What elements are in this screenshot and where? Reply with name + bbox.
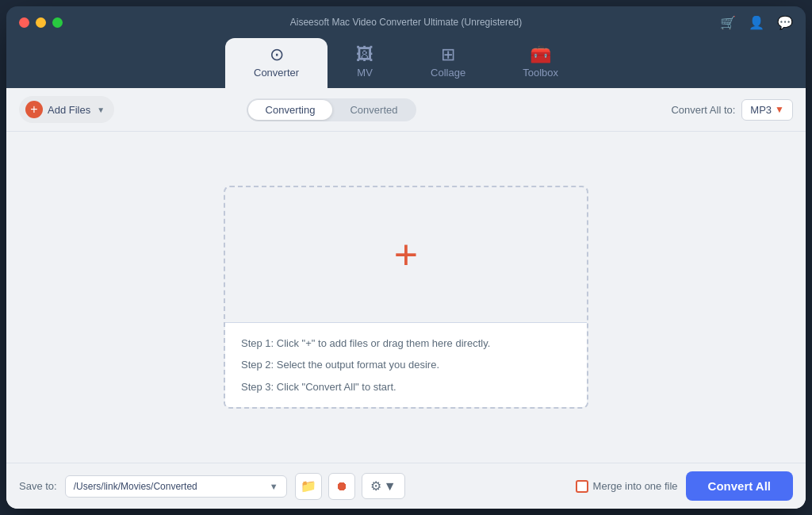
convert-all-to-label: Convert All to: — [671, 104, 735, 116]
message-icon[interactable]: 💬 — [777, 15, 793, 30]
add-files-dropdown-icon: ▼ — [97, 106, 105, 114]
tab-toolbox-label: Toolbox — [523, 67, 558, 79]
toolbox-icon: 🧰 — [530, 46, 551, 63]
selected-format: MP3 — [750, 104, 772, 116]
converted-tab[interactable]: Converted — [332, 100, 415, 120]
merge-checkbox-box[interactable] — [576, 480, 588, 493]
convert-all-button[interactable]: Convert All — [686, 471, 793, 501]
folder-icon: 📁 — [301, 478, 316, 494]
add-plus-icon: + — [25, 101, 43, 118]
tab-converter-label: Converter — [254, 67, 299, 79]
record-button[interactable]: ⏺ — [328, 473, 355, 500]
sub-toolbar: + Add Files ▼ Converting Converted Conve… — [6, 88, 806, 132]
converter-icon: ⊙ — [270, 46, 284, 63]
maximize-button[interactable] — [52, 17, 63, 28]
collage-icon: ⊞ — [441, 46, 455, 63]
tab-mv-label: MV — [357, 67, 373, 79]
instructions: Step 1: Click "+" to add files or drag t… — [225, 322, 587, 408]
bottom-bar: Save to: /Users/link/Movies/Converted ▼ … — [6, 463, 806, 509]
step-1: Step 1: Click "+" to add files or drag t… — [241, 336, 571, 352]
nav-tabs: ⊙ Converter 🖼 MV ⊞ Collage 🧰 Toolbox — [6, 38, 806, 88]
tab-converter[interactable]: ⊙ Converter — [225, 38, 327, 88]
folder-button[interactable]: 📁 — [295, 473, 322, 500]
merge-label: Merge into one file — [593, 480, 678, 492]
add-files-label: Add Files — [48, 104, 90, 116]
drop-plus-icon: + — [394, 234, 418, 275]
drop-zone[interactable]: + Step 1: Click "+" to add files or drag… — [224, 186, 588, 409]
add-files-button[interactable]: + Add Files ▼ — [19, 96, 114, 123]
window-controls — [19, 17, 63, 28]
settings-icon: ⚙ — [370, 478, 381, 494]
drop-area[interactable]: + — [225, 187, 587, 322]
title-bar-icons: 🛒 👤 💬 — [720, 15, 793, 30]
format-select[interactable]: MP3 ▼ — [741, 99, 793, 121]
format-dropdown-icon: ▼ — [775, 104, 784, 115]
convert-all-to: Convert All to: MP3 ▼ — [671, 99, 793, 121]
settings-dropdown-icon: ▼ — [384, 479, 396, 494]
mv-icon: 🖼 — [356, 46, 373, 63]
window-title: Aiseesoft Mac Video Converter Ultimate (… — [290, 17, 523, 28]
user-icon[interactable]: 👤 — [749, 15, 764, 30]
save-path-select[interactable]: /Users/link/Movies/Converted ▼ — [65, 475, 287, 498]
main-content: + Add Files ▼ Converting Converted Conve… — [6, 88, 806, 509]
save-path-text: /Users/link/Movies/Converted — [74, 481, 197, 492]
merge-checkbox[interactable]: Merge into one file — [576, 480, 678, 493]
drop-zone-container: + Step 1: Click "+" to add files or drag… — [6, 132, 806, 463]
converting-tab[interactable]: Converting — [248, 100, 333, 120]
tab-collage[interactable]: ⊞ Collage — [402, 38, 494, 88]
step-2: Step 2: Select the output format you des… — [241, 357, 571, 373]
minimize-button[interactable] — [36, 17, 46, 28]
save-to-label: Save to: — [19, 480, 57, 492]
close-button[interactable] — [19, 17, 29, 28]
record-icon: ⏺ — [335, 479, 348, 494]
conversion-tabs: Converting Converted — [247, 98, 417, 121]
tab-collage-label: Collage — [431, 67, 465, 79]
cart-icon[interactable]: 🛒 — [720, 15, 736, 30]
tab-toolbox[interactable]: 🧰 Toolbox — [494, 38, 587, 88]
title-bar: Aiseesoft Mac Video Converter Ultimate (… — [6, 6, 806, 38]
tab-mv[interactable]: 🖼 MV — [327, 38, 402, 88]
settings-button[interactable]: ⚙ ▼ — [362, 473, 405, 499]
bottom-icons: 📁 ⏺ ⚙ ▼ — [295, 473, 405, 500]
path-dropdown-icon: ▼ — [270, 482, 278, 491]
step-3: Step 3: Click "Convert All" to start. — [241, 379, 571, 395]
